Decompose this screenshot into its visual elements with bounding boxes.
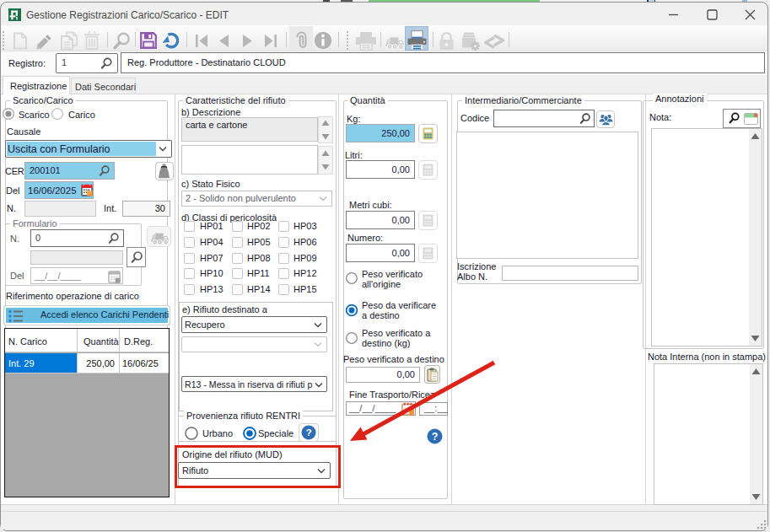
svg-text:?: ?	[305, 427, 311, 438]
